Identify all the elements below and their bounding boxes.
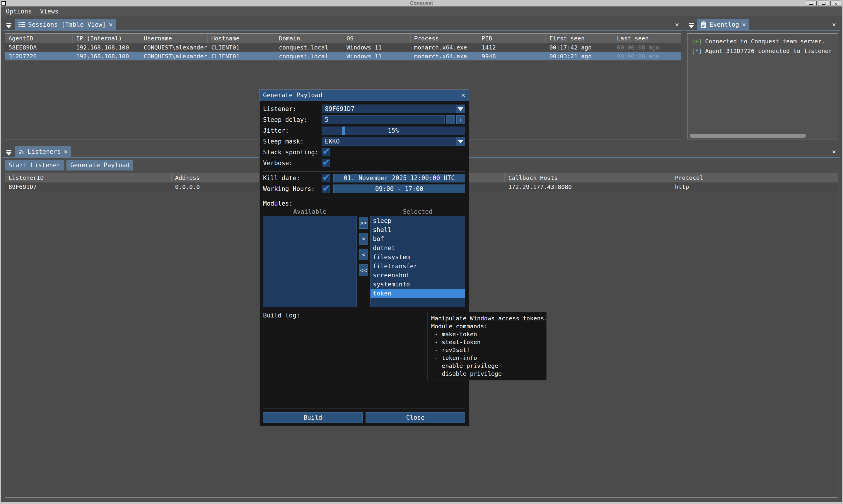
slider-handle[interactable] <box>342 127 345 135</box>
module-item-filetransfer[interactable]: filetransfer <box>371 262 465 271</box>
tab-eventlog-close-icon[interactable] <box>742 21 746 28</box>
column-header[interactable]: PID <box>478 34 546 43</box>
column-header[interactable]: Callback Hosts <box>505 173 671 182</box>
sessions-table-header: AgentIDIP (Internal)UsernameHostnameDoma… <box>5 34 681 43</box>
table-cell: 00:17:42 ago <box>546 43 613 52</box>
sleep-delay-decrement-button[interactable]: - <box>446 115 455 124</box>
table-view-icon <box>18 21 25 28</box>
module-item-dotnet[interactable]: dotnet <box>371 244 465 252</box>
stack-spoofing-label: Stack spoofing: <box>263 149 322 156</box>
table-cell: 00:03:21 ago <box>546 52 613 60</box>
move-all-left-button[interactable]: << <box>359 265 368 276</box>
window-title: Conquest <box>0 0 843 6</box>
tab-eventlog[interactable]: Eventlog <box>697 19 749 30</box>
eventlog-prefix: [*] <box>692 48 702 54</box>
table-cell: monarch.x64.exe <box>411 43 478 52</box>
broadcast-icon <box>18 148 24 155</box>
kill-date-checkbox[interactable] <box>322 174 330 182</box>
tooltip-line: - disable-privilege <box>431 370 543 378</box>
sleep-delay-increment-button[interactable]: + <box>456 115 465 124</box>
modules-label: Modules: <box>263 200 465 207</box>
sleep-delay-input[interactable]: 5 <box>322 115 445 124</box>
minimize-button[interactable] <box>806 1 817 6</box>
dock-menu-icon[interactable] <box>685 23 697 30</box>
maximize-button[interactable] <box>818 1 829 6</box>
checkmark-icon <box>322 182 330 194</box>
build-button[interactable]: Build <box>263 412 363 423</box>
chevron-down-icon[interactable] <box>456 105 465 113</box>
stack-spoofing-checkbox[interactable] <box>322 148 330 156</box>
available-modules-list[interactable] <box>263 216 357 307</box>
listeners-dock-close[interactable] <box>832 148 840 157</box>
tooltip-line: Manipulate Windows access tokens. <box>431 314 543 322</box>
module-item-systeminfo[interactable]: systeminfo <box>371 280 465 289</box>
column-header[interactable]: Hostname <box>208 34 275 43</box>
column-header[interactable]: IP (Internal) <box>73 34 140 43</box>
window-titlebar: Conquest <box>0 0 843 6</box>
column-header[interactable]: OS <box>343 34 411 43</box>
listener-select[interactable]: 89F691D7 <box>322 105 465 113</box>
dock-menu-icon[interactable] <box>3 150 15 157</box>
listener-value: 89F691D7 <box>322 105 355 112</box>
verbose-checkbox[interactable] <box>322 159 330 167</box>
eventlog-entry: [+]Connected to Conquest team server. <box>692 37 834 46</box>
module-item-sleep[interactable]: sleep <box>371 216 465 225</box>
kill-date-picker[interactable]: 01. November 2025 12:00:00 UTC <box>333 174 465 182</box>
table-row[interactable]: 312D7726192.168.168.100CONQUEST\alexande… <box>5 52 681 60</box>
tab-sessions-close-icon[interactable] <box>109 21 113 28</box>
maximize-icon <box>822 2 825 5</box>
tab-sessions[interactable]: Sessions [Table View] <box>15 19 116 30</box>
start-listener-button[interactable]: Start Listener <box>5 160 64 170</box>
horizontal-scrollbar[interactable] <box>690 134 806 138</box>
move-all-right-button[interactable]: >> <box>359 217 368 229</box>
column-header[interactable]: Domain <box>275 34 343 43</box>
table-cell: 312D7726 <box>5 52 73 60</box>
module-item-filesystem[interactable]: filesystem <box>371 252 465 262</box>
module-item-bof[interactable]: bof <box>371 234 465 244</box>
column-header[interactable]: ListenerID <box>5 173 172 182</box>
working-hours-checkbox[interactable] <box>322 185 330 193</box>
tab-listeners[interactable]: Listeners <box>15 146 71 157</box>
dock-menu-icon[interactable] <box>3 23 15 30</box>
eventlog-output: [+]Connected to Conquest team server.[*]… <box>687 33 838 139</box>
module-item-screenshot[interactable]: screenshot <box>371 271 465 280</box>
column-header[interactable]: Process <box>411 34 478 43</box>
selected-modules-list[interactable]: sleepshellbofdotnetfilesystemfiletransfe… <box>370 216 465 307</box>
move-left-button[interactable]: < <box>359 249 368 260</box>
column-header[interactable]: Protocol <box>671 173 838 182</box>
tooltip-line: - make-token <box>431 330 543 338</box>
eventlog-entry: [*]Agent 312D7726 connected to listener <box>692 46 834 56</box>
column-header[interactable]: First seen <box>546 34 613 43</box>
menu-item-views[interactable]: Views <box>40 8 58 15</box>
jitter-slider[interactable]: 15% <box>322 127 465 135</box>
table-cell: 89F691D7 <box>5 182 172 191</box>
eventlog-prefix: [+] <box>692 38 702 45</box>
column-header[interactable]: AgentID <box>5 34 73 43</box>
move-right-button[interactable]: > <box>359 233 368 245</box>
column-header[interactable]: Last seen <box>613 34 681 43</box>
close-button[interactable] <box>830 1 841 6</box>
table-cell: 192.168.168.100 <box>73 52 140 60</box>
clipboard-icon <box>701 21 706 28</box>
sleep-mask-select[interactable]: EKKO <box>322 137 465 146</box>
generate-payload-button[interactable]: Generate Payload <box>67 160 133 170</box>
table-row[interactable]: 58EE89DA192.168.168.100CONQUEST\alexande… <box>5 43 681 52</box>
module-item-shell[interactable]: shell <box>371 225 465 234</box>
module-item-token[interactable]: token <box>371 289 465 298</box>
column-header[interactable]: Username <box>140 34 208 43</box>
module-tooltip: Manipulate Windows access tokens.Module … <box>427 312 546 380</box>
close-dialog-button[interactable]: Close <box>365 412 465 423</box>
sessions-dock-close[interactable] <box>675 21 683 30</box>
tab-listeners-close-icon[interactable] <box>64 148 68 155</box>
table-cell: Windows 11 <box>343 52 411 60</box>
table-cell: 1412 <box>478 43 546 52</box>
dialog-titlebar[interactable]: Generate Payload <box>259 90 469 101</box>
eventlog-text: Connected to Conquest team server. <box>705 38 825 45</box>
eventlog-dock-close[interactable] <box>832 21 840 30</box>
menu-item-options[interactable]: Options <box>6 8 32 15</box>
dialog-close-icon[interactable] <box>461 92 465 98</box>
chevron-down-icon[interactable] <box>456 137 465 146</box>
working-hours-picker[interactable]: 09:00 - 17:00 <box>333 184 465 193</box>
tooltip-line: - enable-privilege <box>431 362 543 370</box>
tab-sessions-label: Sessions [Table View] <box>28 21 106 28</box>
